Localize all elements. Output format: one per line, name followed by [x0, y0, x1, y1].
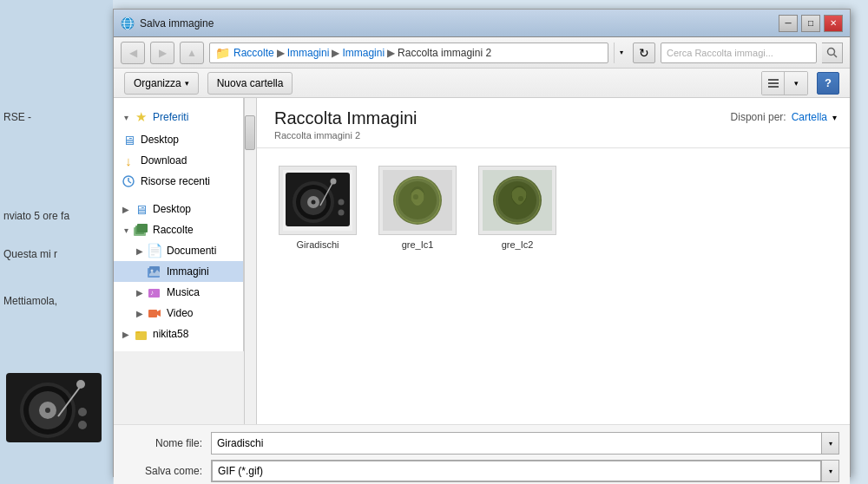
tree-item-raccolte[interactable]: ▾ Raccolte	[114, 219, 243, 240]
maximize-button[interactable]: □	[801, 15, 820, 32]
documenti-label: Documenti	[167, 245, 216, 257]
breadcrumb-raccolte[interactable]: Raccolte	[233, 47, 274, 59]
raccolte-label: Raccolte	[153, 224, 194, 236]
browser-text-inviato: nviato 5 ore fa	[3, 210, 109, 222]
musica-label: Musica	[167, 286, 200, 298]
filename-label: Nome file:	[124, 437, 211, 449]
main-content: ▾ ★ Preferiti 🖥 Desktop ↓ Download	[114, 98, 850, 424]
tree-item-user[interactable]: ▶ nikita58	[114, 324, 243, 344]
filename-row: Nome file: ▾	[124, 432, 839, 455]
tree-item-recent[interactable]: Risorse recenti	[114, 171, 243, 192]
breadcrumb-immagini1[interactable]: Immagini	[287, 47, 330, 59]
musica-icon: ♪	[147, 285, 162, 300]
back-button[interactable]: ◀	[121, 42, 145, 64]
filetype-row: Salva come: GIF (*.gif) ▾	[124, 460, 839, 482]
svg-point-8	[78, 408, 87, 416]
title-bar: Salva immagine ─ □ ✕	[114, 10, 850, 37]
desktop-expander: ▶	[121, 204, 131, 214]
tree-item-desktop[interactable]: ▶ 🖥 Desktop	[114, 199, 243, 219]
view-list-button[interactable]	[762, 72, 785, 95]
favorites-icon: ★	[133, 109, 148, 125]
raccolte-icon	[133, 222, 148, 238]
available-value[interactable]: Cartella	[792, 111, 827, 123]
search-input[interactable]: Cerca Raccolta immagi...	[661, 43, 817, 63]
thumb-giradischi[interactable]: Giradischi	[274, 166, 361, 250]
svg-point-15	[827, 48, 834, 55]
thumb-coin1[interactable]: gre_Ic1	[374, 166, 461, 250]
refresh-button[interactable]: ↻	[633, 43, 655, 63]
breadcrumb-current: Raccolta immagini 2	[398, 47, 491, 59]
tree-item-desktop-fav[interactable]: 🖥 Desktop	[114, 129, 243, 150]
svg-point-7	[76, 380, 85, 389]
recent-icon	[121, 173, 136, 189]
giradischi-image	[279, 166, 357, 235]
tree-item-immagini[interactable]: Immagini	[114, 261, 243, 282]
breadcrumb: 📁 Raccolte ▶ Immagini ▶ Immagini ▶ Racco…	[209, 43, 608, 63]
browser-left-panel: RSE - nviato 5 ore fa Questa mi r Mettia…	[0, 0, 113, 484]
svg-point-42	[331, 179, 337, 185]
coin2-label: gre_Ic2	[502, 239, 534, 250]
available-arrow[interactable]: ▾	[832, 113, 837, 122]
immagini-expander	[135, 266, 145, 277]
minimize-button[interactable]: ─	[779, 15, 798, 32]
user-label: nikita58	[153, 328, 188, 340]
available-section: Disponi per: Cartella ▾	[731, 111, 837, 123]
immagini-icon	[147, 264, 162, 279]
breadcrumb-immagini2[interactable]: Immagini	[342, 47, 385, 59]
help-button[interactable]: ?	[817, 72, 839, 95]
documenti-expander: ▶	[135, 245, 145, 256]
user-icon	[133, 326, 148, 342]
tree-item-video[interactable]: ▶ Video	[114, 303, 243, 324]
close-button[interactable]: ✕	[824, 15, 843, 32]
filename-dropdown-arrow[interactable]: ▾	[821, 433, 838, 454]
coin1-label: gre_Ic1	[402, 239, 434, 250]
search-button[interactable]	[822, 43, 843, 63]
view-arrow-button[interactable]: ▾	[785, 72, 807, 95]
thumb-coin2[interactable]: gre_Ic2	[474, 166, 561, 250]
favorites-section[interactable]: ▾ ★ Preferiti	[114, 105, 243, 129]
svg-marker-32	[157, 310, 161, 317]
browser-text-questa: Questa mi r	[3, 248, 109, 260]
coin2-image	[478, 166, 556, 235]
breadcrumb-dropdown[interactable]: ▾	[614, 43, 628, 63]
tree-panel: ▾ ★ Preferiti 🖥 Desktop ↓ Download	[114, 98, 244, 351]
filetype-value: GIF (*.gif)	[218, 465, 263, 477]
raccolte-expander: ▾	[121, 225, 131, 235]
immagini-label: Immagini	[167, 265, 209, 278]
desktop-tree-label: Desktop	[153, 203, 191, 215]
tree-item-download[interactable]: ↓ Download	[114, 150, 243, 171]
video-expander: ▶	[135, 308, 145, 318]
svg-rect-17	[768, 79, 779, 81]
tree-item-musica[interactable]: ▶ ♪ Musica	[114, 282, 243, 303]
left-scrollbar[interactable]	[244, 98, 256, 424]
svg-line-22	[128, 181, 131, 183]
svg-point-9	[78, 421, 87, 429]
up-button[interactable]: ▲	[180, 42, 204, 64]
musica-expander: ▶	[135, 287, 145, 298]
organizza-button[interactable]: Organizza ▾	[124, 72, 199, 95]
svg-point-40	[312, 200, 316, 205]
svg-point-44	[339, 210, 345, 216]
tree-item-documenti[interactable]: ▶ 📄 Documenti	[114, 240, 243, 261]
title-bar-buttons: ─ □ ✕	[779, 15, 843, 32]
save-image-dialog: Salva immagine ─ □ ✕ ◀ ▶ ▲ 📁 Raccolte ▶ …	[113, 9, 851, 477]
forward-button[interactable]: ▶	[150, 42, 174, 64]
nuova-cartella-button[interactable]: Nuova cartella	[207, 72, 293, 95]
svg-rect-25	[137, 224, 148, 232]
scroll-thumb	[245, 115, 255, 150]
documenti-icon: 📄	[147, 243, 162, 258]
favorites-expander: ▾	[121, 112, 131, 122]
dialog-icon	[121, 16, 135, 30]
desktop-tree-icon: 🖥	[133, 201, 148, 217]
svg-point-5	[45, 408, 50, 413]
filetype-dropdown[interactable]: GIF (*.gif)	[212, 461, 821, 481]
filename-input-wrapper: ▾	[211, 432, 839, 455]
breadcrumb-icon: 📁	[215, 46, 230, 60]
video-label: Video	[167, 307, 193, 319]
svg-rect-31	[148, 310, 157, 317]
filename-input[interactable]	[212, 433, 821, 454]
search-placeholder: Cerca Raccolta immagi...	[667, 48, 773, 58]
view-buttons: ▾	[761, 71, 808, 95]
filetype-dropdown-arrow[interactable]: ▾	[821, 461, 838, 481]
video-icon	[147, 305, 162, 321]
